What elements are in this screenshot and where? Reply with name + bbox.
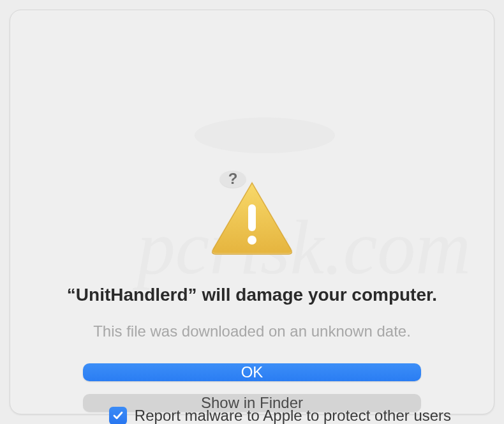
watermark-decoration [195, 117, 335, 153]
svg-point-1 [248, 236, 256, 245]
watermark-text: pcrisk.com [137, 204, 471, 292]
ok-button[interactable]: OK [83, 363, 421, 381]
dialog-subtitle: This file was downloaded on an unknown d… [93, 322, 411, 340]
warning-icon [208, 178, 296, 262]
watermark-decoration [368, 263, 390, 285]
report-malware-checkbox[interactable] [109, 407, 127, 424]
svg-rect-0 [248, 204, 256, 231]
report-malware-row: Report malware to Apple to protect other… [109, 407, 451, 424]
dialog-title: “UnitHandlerd” will damage your computer… [67, 284, 437, 306]
alert-dialog: pcrisk.com ? “UnitHandlerd” will damage … [10, 10, 494, 414]
report-malware-label[interactable]: Report malware to Apple to protect other… [135, 407, 451, 424]
